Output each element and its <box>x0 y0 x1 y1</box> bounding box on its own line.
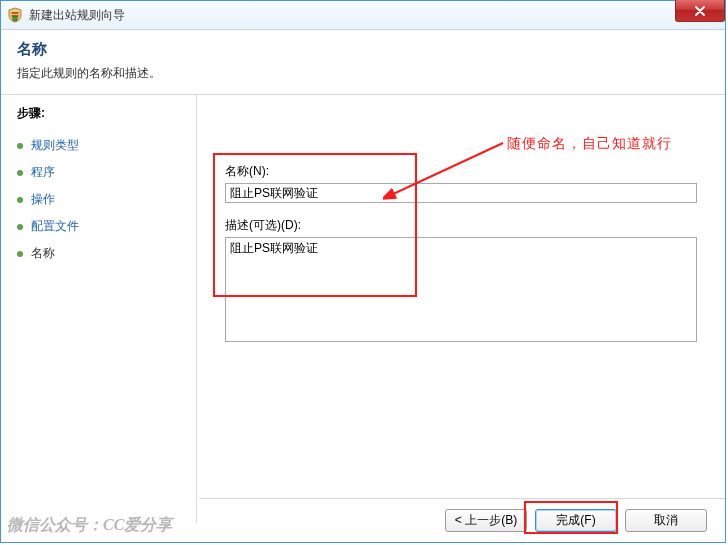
description-input[interactable]: 阻止PS联网验证 <box>225 237 697 342</box>
wizard-header: 名称 指定此规则的名称和描述。 <box>1 30 725 95</box>
steps-heading: 步骤: <box>17 105 196 122</box>
window-title: 新建出站规则向导 <box>29 7 125 24</box>
wizard-body: 步骤: 规则类型 程序 操作 配置文件 名称 <box>1 95 725 523</box>
step-label: 名称 <box>31 245 55 262</box>
firewall-icon <box>7 7 23 23</box>
steps-sidebar: 步骤: 规则类型 程序 操作 配置文件 名称 <box>1 95 197 523</box>
step-rule-type[interactable]: 规则类型 <box>17 132 196 159</box>
bullet-icon <box>17 143 23 149</box>
bullet-icon <box>17 251 23 257</box>
svg-rect-0 <box>12 12 19 14</box>
step-label: 操作 <box>31 191 55 208</box>
step-profile[interactable]: 配置文件 <box>17 213 196 240</box>
name-input[interactable] <box>225 183 697 203</box>
step-label: 规则类型 <box>31 137 79 154</box>
bullet-icon <box>17 197 23 203</box>
page-subtitle: 指定此规则的名称和描述。 <box>17 65 709 82</box>
name-label: 名称(N): <box>225 163 697 180</box>
step-name[interactable]: 名称 <box>17 240 196 267</box>
wizard-footer: < 上一步(B) 完成(F) 取消 <box>199 498 725 542</box>
titlebar: 新建出站规则向导 <box>1 1 725 30</box>
annotation-text: 随便命名，自己知道就行 <box>507 135 672 153</box>
close-icon <box>694 6 706 16</box>
page-title: 名称 <box>17 40 709 59</box>
wizard-window: 新建出站规则向导 名称 指定此规则的名称和描述。 步骤: 规则类型 程序 <box>0 0 726 543</box>
bullet-icon <box>17 224 23 230</box>
cancel-button[interactable]: 取消 <box>625 509 707 532</box>
step-label: 配置文件 <box>31 218 79 235</box>
step-label: 程序 <box>31 164 55 181</box>
wizard-main: 名称(N): 描述(可选)(D): 阻止PS联网验证 随便命名，自己知道就行 <box>197 95 725 523</box>
finish-button[interactable]: 完成(F) <box>535 509 617 532</box>
back-button[interactable]: < 上一步(B) <box>445 509 527 532</box>
close-button[interactable] <box>675 0 725 22</box>
description-label: 描述(可选)(D): <box>225 217 697 234</box>
step-action[interactable]: 操作 <box>17 186 196 213</box>
bullet-icon <box>17 170 23 176</box>
svg-point-2 <box>13 16 18 21</box>
step-program[interactable]: 程序 <box>17 159 196 186</box>
